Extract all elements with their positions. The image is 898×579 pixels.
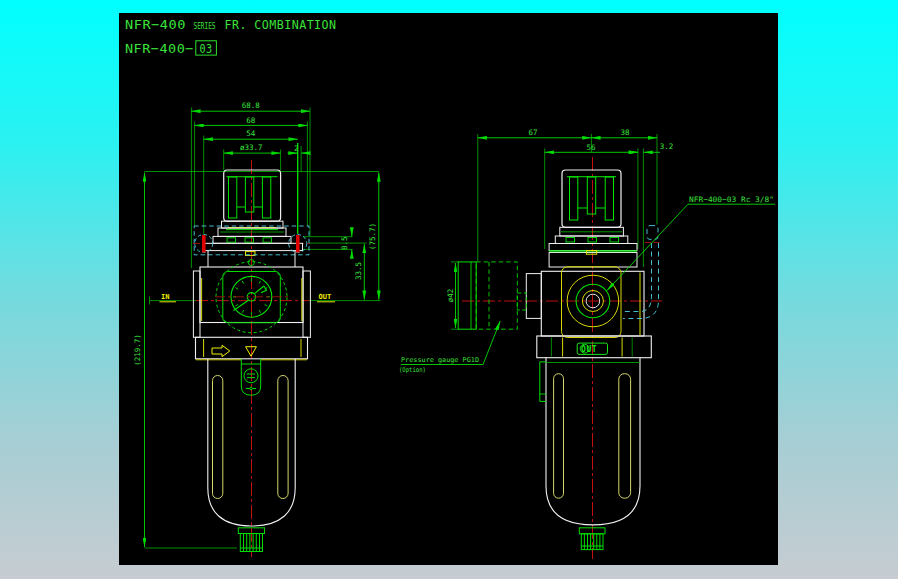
- cad-drawing: NFR−400 SERIES FR. COMBINATION NFR−400− …: [0, 0, 898, 579]
- title-model: NFR−400: [125, 17, 186, 32]
- dim-knob-to-port: (75.7): [368, 223, 377, 250]
- gauge-callout-line1: Pressure gauge PG1D: [401, 356, 479, 364]
- dim-tab-thickness: 8.5: [340, 237, 349, 251]
- dim-gauge-to-center: 67: [528, 128, 537, 137]
- desktop-background: NFR−400 SERIES FR. COMBINATION NFR−400− …: [0, 0, 898, 579]
- dim-body-width: 68: [246, 116, 256, 125]
- order-code: 03: [200, 41, 213, 56]
- dim-offset: 2: [294, 144, 299, 153]
- dim-overall-width: 68.8: [242, 101, 261, 110]
- dim-bonnet-width: 56: [586, 143, 596, 152]
- title-series-word: SERIES: [194, 22, 216, 31]
- dim-edge-offset: 3.2: [660, 142, 674, 151]
- label-out: OUT: [319, 293, 332, 301]
- order-number-prefix: NFR−400−: [125, 41, 194, 56]
- gauge-callout-line2: (Option): [399, 366, 426, 374]
- dim-tab-to-port: 33.5: [354, 262, 363, 280]
- out-stamp-text: OUT: [581, 345, 597, 354]
- dim-center-to-bracket: 38: [620, 128, 630, 137]
- dim-overall-height: (219.7): [133, 334, 142, 366]
- dim-hole-spacing: 54: [246, 129, 256, 138]
- port-callout-text: NFR−400−03 Rc 3/8": [689, 195, 774, 204]
- label-in: IN: [161, 293, 169, 301]
- title-description: FR. COMBINATION: [225, 17, 337, 32]
- dim-gauge-diameter: ø42: [446, 289, 455, 303]
- dim-knob-diameter: ø33.7: [240, 143, 263, 152]
